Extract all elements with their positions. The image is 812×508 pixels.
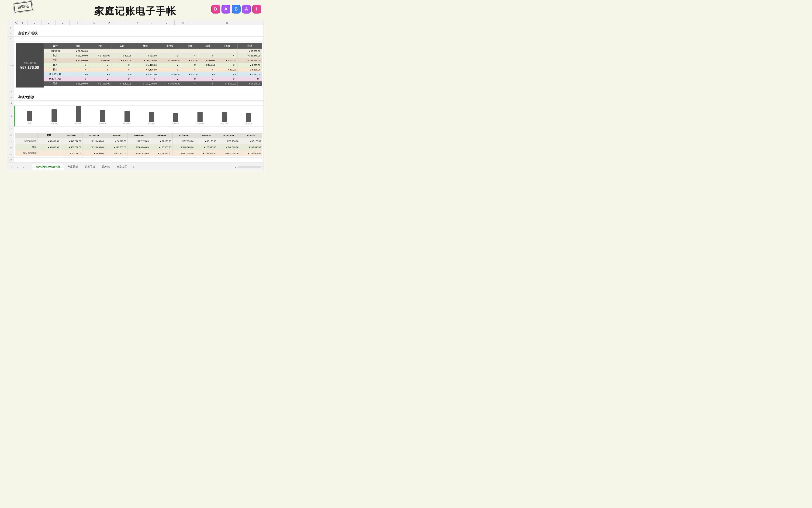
asset-col-header: 支付宝 [158, 43, 181, 49]
asset-row-label: 借出/去还款 [44, 77, 67, 81]
asset-cell: ¥ 4,336.00 [238, 68, 262, 72]
row-14: 14 存钱大作战 [7, 94, 263, 100]
asset-col-header: 现金 [181, 43, 199, 49]
asset-row-label: 借入/收还款 [44, 72, 67, 77]
asset-cell: ¥ – [89, 68, 111, 72]
asset-row-label: 结余 [44, 81, 67, 86]
asset-cell: ¥ 128,446.00 [238, 53, 262, 58]
col-I: I [116, 20, 130, 25]
spreadsheet-wrapper: A B C D E F G H I J K L M N 1 2 当前资产现状 3… [7, 20, 264, 171]
asset-cell: ¥ – [67, 68, 89, 72]
savings-cell: ¥ -122,824.00 [150, 150, 172, 156]
savings-col-header: 2025/1/1 [240, 133, 262, 138]
bar-group: 2024/9/30 [188, 112, 212, 124]
col-L: L [158, 20, 175, 25]
bar [222, 112, 227, 122]
bar [246, 113, 251, 122]
asset-table-row: 期初余额¥ 80,000.00¥ 80,000.00 [44, 49, 262, 53]
asset-row-label: 收入 [44, 53, 67, 58]
asset-cell: ¥ – [199, 53, 216, 58]
tab-item-----------[interactable]: 资产现状&存钱大作战 [32, 164, 64, 170]
bar [76, 106, 81, 122]
row-3: 3 [7, 37, 263, 42]
asset-cell: ¥ -2,400.00 [216, 81, 238, 86]
asset-cell: ¥ – [181, 63, 199, 68]
corner-cell [7, 20, 14, 25]
asset-cell: ¥ 4,136.00 [133, 68, 158, 72]
bar-group: 初始 [17, 111, 42, 124]
asset-cell: ¥ -1,300.00 [111, 81, 133, 86]
savings-cell: ¥ 57,176.00 [217, 138, 240, 144]
tab-item-----[interactable]: 自定义区 [113, 164, 130, 170]
bar [100, 111, 105, 122]
bar-group: 2023/9/30 [90, 111, 115, 124]
savings-cell: ¥ 240,000.00 [217, 144, 240, 150]
tab-item-----[interactable]: 月度看板 [82, 164, 98, 170]
asset-cell: ¥ 621.00 [133, 53, 158, 58]
asset-cell: ¥ – [181, 68, 199, 72]
tabs-container: 资产现状&存钱大作战年度看板月度看板流水账自定义区 [32, 164, 130, 170]
savings-table-row: 预算¥ 80,000.00¥ 100,000.00¥ 120,000.00¥ 1… [15, 144, 262, 150]
asset-cell: ¥ 400.00 [89, 58, 111, 63]
asset-table-row: 收入¥ 30,900.00¥ 97,625.00¥ 200.00¥ 621.00… [44, 53, 262, 58]
savings-cell: ¥ -102,824.00 [128, 150, 150, 156]
tab-last-btn[interactable]: ⊣ [26, 165, 32, 170]
asset-cell: ¥ 80,000.00 [238, 49, 262, 53]
bar-group: 2024/12/31 [212, 112, 236, 124]
asset-table-row: 支出¥ 20,900.00¥ 400.00¥ 1,500.00¥ 116,076… [44, 58, 262, 63]
savings-cell: ¥ 160,000.00 [128, 144, 150, 150]
asset-cell: ¥ 200.00 [199, 58, 216, 63]
savings-cell: ¥ 143,826.00 [60, 138, 83, 144]
bar-group: 2025/1/1 [237, 113, 261, 124]
savings-col-header: 2024/6/30 [172, 133, 195, 138]
logo-group: DABAI [211, 5, 261, 13]
savings-row-label: 实际-预算差异 [15, 150, 38, 156]
tab-first-btn[interactable]: ⊢ [9, 165, 15, 170]
asset-cell: ¥ -107,249.00 [133, 81, 158, 86]
savings-col-header [15, 133, 38, 138]
asset-cell: ¥ – [158, 63, 181, 68]
savings-col-header: 2024/9/30 [195, 133, 217, 138]
asset-cell: ¥ 200.00 [158, 72, 181, 77]
savings-cell: ¥ 180,000.00 [150, 144, 172, 150]
asset-table-row: 借出/去还款¥ –¥ –¥ –¥ –¥ –¥ –¥ –¥ –¥ – [44, 77, 262, 81]
asset-cell: ¥ 116,076.00 [133, 58, 158, 63]
tab-add-btn[interactable]: + [131, 164, 136, 170]
savings-col-header: 2023/12/31 [128, 133, 150, 138]
asset-cell: ¥ – [111, 63, 133, 68]
tab-next-btn[interactable]: › [21, 165, 26, 170]
bar-group: 2023/6/30 [66, 106, 90, 124]
asset-col-header: 银行 [44, 43, 67, 49]
bar-label: 2025/1/1 [245, 123, 252, 124]
asset-cell: ¥ 200.00 [181, 72, 199, 77]
asset-cell: ¥ – [181, 53, 199, 58]
tab-item-----[interactable]: 年度看板 [64, 164, 81, 170]
asset-cell: ¥ – [89, 72, 111, 77]
savings-cell: ¥ 128,468.00 [83, 138, 105, 144]
bar-label: 2023/6/30 [75, 123, 82, 124]
tab-item----[interactable]: 流水账 [99, 164, 113, 170]
tab-prev-btn[interactable]: ‹ [15, 165, 20, 170]
asset-table-row: 借入/收还款¥ –¥ –¥ –¥ 8,217.00¥ 200.00¥ 200.0… [44, 72, 262, 77]
tab-right-area: ◄ [234, 166, 261, 168]
tab-scrollbar[interactable] [238, 166, 261, 168]
asset-cell: ¥ 89,100.00 [67, 81, 89, 86]
bar-group: 2024/3/31 [139, 112, 163, 124]
asset-cell: ¥ – [199, 77, 216, 81]
asset-table-row: 456789101112 当前总余额 ¥57,176.00 银行招行中行工行微信… [7, 42, 263, 89]
logo-badge-A-1: A [222, 5, 230, 13]
savings-cell: ¥ 57,176.00 [172, 138, 195, 144]
asset-cell: ¥ 30,900.00 [67, 53, 89, 58]
bar [197, 112, 203, 122]
asset-cell [181, 49, 199, 53]
asset-cell: ¥ 200.00 [111, 53, 133, 58]
col-N: N [191, 20, 263, 25]
row-1: 1 [7, 25, 263, 30]
tab-bar[interactable]: ⊢ ‹ › ⊣ 资产现状&存钱大作战年度看板月度看板流水账自定义区 + ◄ [7, 163, 263, 171]
asset-row-label: 转入 [44, 63, 67, 68]
asset-table: 银行招行中行工行微信支付宝现金花呗公积金合计期初余额¥ 80,000.00¥ 8… [44, 43, 262, 86]
bar [173, 113, 178, 122]
bar-group: 2024/6/30 [163, 113, 188, 124]
asset-table-container: 银行招行中行工行微信支付宝现金花呗公积金合计期初余额¥ 80,000.00¥ 8… [44, 43, 262, 87]
bar [149, 112, 154, 122]
